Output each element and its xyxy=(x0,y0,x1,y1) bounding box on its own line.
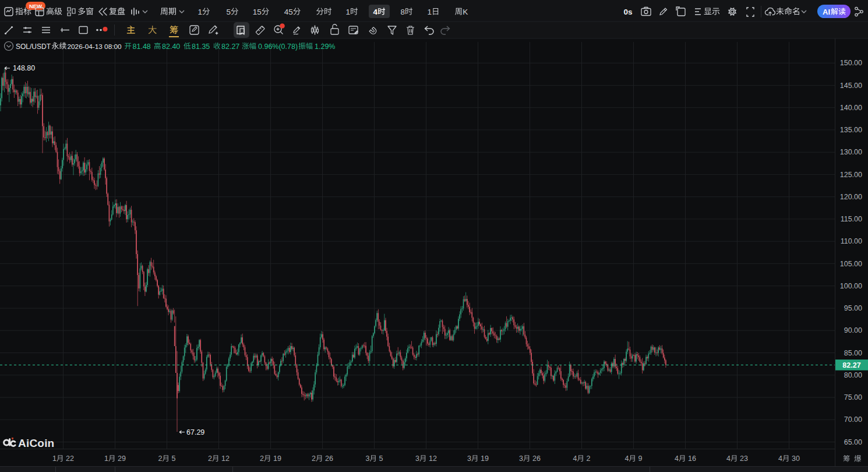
svg-text:5: 5 xyxy=(379,455,383,463)
svg-text:150.00: 150.00 xyxy=(840,59,862,67)
svg-text:8: 8 xyxy=(401,8,405,16)
svg-text:2: 2 xyxy=(208,455,212,463)
svg-text:110.00: 110.00 xyxy=(841,237,862,245)
svg-text:15: 15 xyxy=(253,8,262,16)
svg-text:12: 12 xyxy=(221,455,230,463)
svg-text:4: 4 xyxy=(573,455,577,463)
svg-text:AiCoin: AiCoin xyxy=(18,437,54,449)
svg-text:4: 4 xyxy=(373,8,378,16)
svg-text:75.00: 75.00 xyxy=(844,393,862,401)
svg-text:9: 9 xyxy=(638,455,643,463)
svg-text:3: 3 xyxy=(467,455,471,463)
svg-text:AI: AI xyxy=(823,8,830,16)
svg-text:K: K xyxy=(463,8,468,16)
svg-text:125.00: 125.00 xyxy=(840,171,862,179)
svg-text:5: 5 xyxy=(227,8,231,16)
svg-text:85.00: 85.00 xyxy=(844,349,862,357)
svg-text:1: 1 xyxy=(346,8,351,16)
svg-text:70.00: 70.00 xyxy=(844,415,862,424)
svg-text:0s: 0s xyxy=(623,8,632,16)
svg-text:120.00: 120.00 xyxy=(840,193,862,201)
svg-text:90.00: 90.00 xyxy=(844,326,862,334)
svg-text:67.29: 67.29 xyxy=(186,428,204,436)
svg-text:2: 2 xyxy=(312,455,316,463)
svg-text:3: 3 xyxy=(519,455,523,463)
svg-text:105.00: 105.00 xyxy=(840,260,862,268)
svg-text:135.00: 135.00 xyxy=(840,126,862,134)
svg-text:81.48: 81.48 xyxy=(133,43,151,51)
svg-text:4: 4 xyxy=(778,455,782,463)
svg-text:5: 5 xyxy=(172,455,176,463)
svg-text:19: 19 xyxy=(273,455,281,463)
svg-text:2: 2 xyxy=(158,455,163,463)
svg-text:81.35: 81.35 xyxy=(192,43,210,51)
svg-text:3: 3 xyxy=(415,455,419,463)
svg-text:80.00: 80.00 xyxy=(844,371,862,379)
svg-text:115.00: 115.00 xyxy=(841,215,862,223)
svg-text:29: 29 xyxy=(118,455,126,463)
svg-text:1: 1 xyxy=(104,455,108,463)
svg-text:12: 12 xyxy=(429,455,437,463)
svg-text:1: 1 xyxy=(52,455,57,463)
svg-text:4: 4 xyxy=(625,455,629,463)
svg-text:19: 19 xyxy=(481,455,489,463)
svg-text:26: 26 xyxy=(532,455,541,463)
svg-text:16: 16 xyxy=(688,455,696,463)
svg-text:22: 22 xyxy=(66,455,74,463)
svg-text:82.40: 82.40 xyxy=(162,43,180,51)
svg-text:3: 3 xyxy=(366,455,370,463)
svg-text:SOL/USDT: SOL/USDT xyxy=(16,43,51,51)
svg-text:0.96%(0.78): 0.96%(0.78) xyxy=(258,43,298,51)
svg-text:1: 1 xyxy=(198,8,203,16)
svg-text:2: 2 xyxy=(587,455,591,463)
svg-text:45: 45 xyxy=(284,8,293,16)
svg-text:1.29%: 1.29% xyxy=(315,43,335,51)
svg-text:65.00: 65.00 xyxy=(844,438,862,446)
svg-text:130.00: 130.00 xyxy=(840,148,862,156)
svg-text:140.00: 140.00 xyxy=(840,104,862,112)
svg-text:4: 4 xyxy=(726,455,731,463)
svg-text:145.00: 145.00 xyxy=(840,82,862,90)
svg-text:23: 23 xyxy=(740,455,748,463)
svg-text:1: 1 xyxy=(428,8,432,16)
svg-text:100.00: 100.00 xyxy=(840,282,862,290)
svg-text:4: 4 xyxy=(675,455,679,463)
svg-text:148.80: 148.80 xyxy=(13,64,35,72)
svg-text:82.27: 82.27 xyxy=(221,43,239,51)
svg-text:95.00: 95.00 xyxy=(844,304,862,312)
svg-text:30: 30 xyxy=(792,455,800,463)
svg-text:2026-04-13 08:00: 2026-04-13 08:00 xyxy=(68,43,122,51)
svg-text:2: 2 xyxy=(260,455,264,463)
svg-text:26: 26 xyxy=(325,455,333,463)
svg-text:82.27: 82.27 xyxy=(842,361,860,369)
